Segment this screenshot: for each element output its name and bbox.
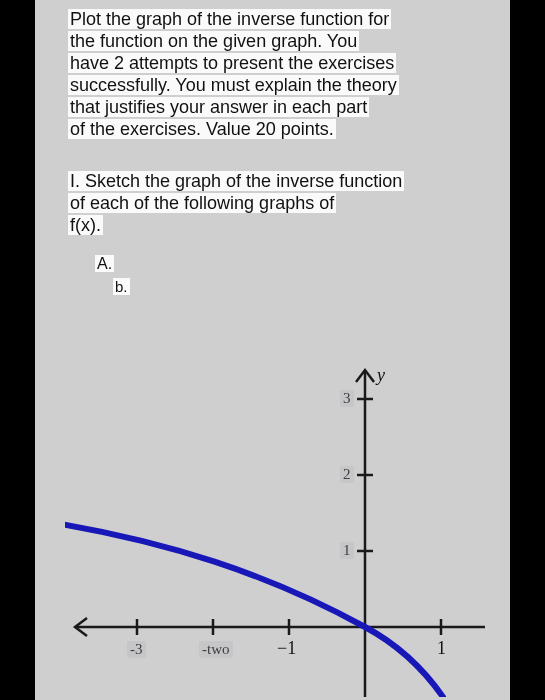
curve-fx (65, 524, 443, 697)
question-line: of each of the following graphs of (68, 193, 336, 213)
instructions-line: of the exercises. Value 20 points. (68, 119, 336, 139)
question-line: f(x). (68, 215, 103, 235)
instructions-block: Plot the graph of the inverse function f… (68, 8, 478, 140)
instructions-line: that justifies your answer in each part (68, 97, 369, 117)
instructions-line: have 2 attempts to present the exercises (68, 53, 396, 73)
question-block: I. Sketch the graph of the inverse funct… (68, 170, 478, 236)
x-tick-label: 1 (437, 638, 446, 659)
option-b-label: b. (113, 278, 130, 295)
screen: Plot the graph of the inverse function f… (0, 0, 545, 700)
document-page: Plot the graph of the inverse function f… (35, 0, 510, 700)
option-a: A. (95, 255, 114, 273)
option-b: b. (113, 278, 130, 295)
y-tick-label: 2 (340, 466, 354, 483)
y-axis-label: y (377, 365, 385, 386)
y-tick-label: 1 (340, 542, 354, 559)
graph: 3 2 1 y -3 -two −1 1 (65, 352, 495, 697)
y-tick-label: 3 (340, 390, 354, 407)
option-a-label: A. (95, 255, 114, 272)
instructions-line: Plot the graph of the inverse function f… (68, 9, 391, 29)
x-tick-label: -two (199, 641, 233, 658)
question-line: I. Sketch the graph of the inverse funct… (68, 171, 404, 191)
x-tick-label: -3 (127, 641, 146, 658)
x-tick-label: −1 (277, 638, 296, 659)
instructions-line: successfully. You must explain the theor… (68, 75, 399, 95)
instructions-line: the function on the given graph. You (68, 31, 359, 51)
